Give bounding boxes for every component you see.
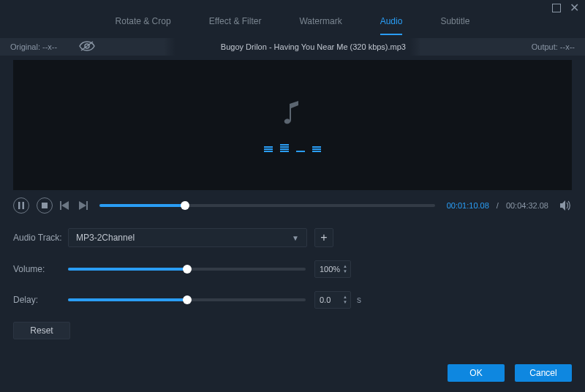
tab-rotate-crop[interactable]: Rotate & Crop (116, 16, 171, 34)
play-pause-button[interactable] (13, 197, 29, 214)
playback-controls: 00:01:10.08/00:04:32.08 (0, 190, 585, 221)
output-size-label: Output: --x-- (532, 42, 575, 51)
time-current: 00:01:10.08 (447, 201, 489, 210)
tabs-bar: Rotate & Crop Effect & Filter Watermark … (0, 16, 585, 38)
filename-label: Bugoy Drilon - Having You Near Me (320 k… (95, 42, 532, 51)
next-button[interactable] (78, 201, 88, 210)
preview-toggle-icon[interactable] (79, 40, 95, 53)
volume-slider[interactable] (68, 268, 306, 271)
ok-button[interactable]: OK (448, 364, 505, 382)
svg-rect-5 (60, 201, 61, 210)
svg-rect-6 (86, 201, 88, 210)
preview-area (13, 60, 572, 190)
svg-rect-2 (18, 202, 20, 209)
time-total: 00:04:32.08 (506, 201, 548, 210)
chevron-down-icon: ▼ (292, 234, 299, 242)
seek-bar[interactable] (99, 204, 435, 207)
audio-track-value: MP3-2Channel (76, 233, 135, 243)
music-note-icon (282, 98, 303, 127)
delay-label: Delay: (13, 295, 68, 305)
maximize-icon[interactable] (552, 4, 561, 12)
close-icon[interactable]: ✕ (570, 2, 579, 14)
svg-rect-3 (23, 202, 25, 209)
tab-watermark[interactable]: Watermark (299, 16, 341, 34)
delay-value: 0.0 (315, 295, 343, 304)
reset-button[interactable]: Reset (13, 322, 70, 339)
volume-icon[interactable] (560, 200, 572, 211)
info-bar: Original: --x-- Bugoy Drilon - Having Yo… (0, 38, 585, 56)
original-size-label: Original: --x-- (10, 42, 57, 51)
volume-stepper[interactable]: 100% ▲▼ (314, 260, 351, 278)
volume-value: 100% (315, 265, 343, 274)
time-separator: / (497, 201, 499, 210)
volume-label: Volume: (13, 264, 68, 274)
stop-button[interactable] (37, 197, 53, 214)
svg-rect-4 (42, 203, 48, 208)
add-track-button[interactable]: + (314, 228, 333, 247)
tab-audio[interactable]: Audio (380, 16, 403, 35)
equalizer-icon (264, 142, 321, 152)
cancel-button[interactable]: Cancel (515, 364, 572, 382)
delay-unit: s (357, 295, 361, 305)
tab-subtitle[interactable]: Subtitle (440, 16, 469, 34)
previous-button[interactable] (60, 201, 70, 210)
tab-effect-filter[interactable]: Effect & Filter (209, 16, 262, 34)
delay-stepper[interactable]: 0.0 ▲▼ (314, 291, 351, 309)
audio-track-label: Audio Track: (13, 233, 68, 243)
audio-track-select[interactable]: MP3-2Channel ▼ (68, 228, 307, 247)
delay-slider[interactable] (68, 298, 306, 301)
